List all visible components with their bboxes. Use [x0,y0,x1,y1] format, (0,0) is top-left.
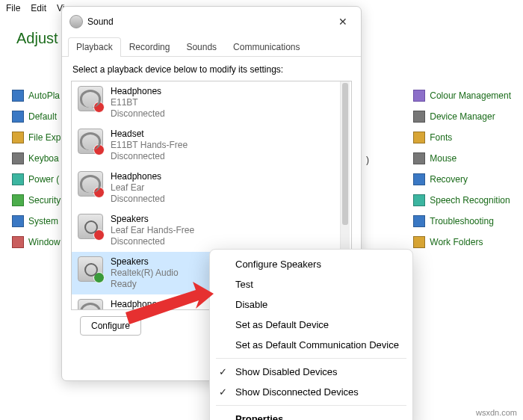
cp-label: Power ( [28,174,59,185]
device-name: Speakers [111,214,194,225]
tab-sounds[interactable]: Sounds [178,37,225,57]
check-icon: ✓ [219,386,227,397]
menu-item-label: Show Disconnected Devices [235,386,359,398]
menu-item-label: Configure Speakers [235,259,321,270]
cp-icon [413,173,425,185]
cp-label: Keyboa [28,153,59,164]
cp-item-left-0[interactable]: AutoPla [12,90,61,102]
cp-item-right-2[interactable]: Fonts [413,132,511,143]
menu-item[interactable]: ✓Show Disconnected Devices [210,382,412,402]
headphones-icon [78,129,103,154]
cp-icon [12,173,24,185]
cp-item-left-2[interactable]: File Exp [12,132,61,143]
cp-icon [12,90,24,102]
close-button[interactable]: ✕ [332,13,353,31]
sound-icon [69,15,83,28]
device-sub: Realtek(R) Audio [111,268,179,279]
status-badge-icon [93,229,105,241]
cp-item-right-7[interactable]: Work Folders [413,236,511,248]
device-row[interactable]: SpeakersLeaf Ear Hands-FreeDisconnected [72,209,339,252]
cp-icon [413,236,425,248]
device-name: Headphones [111,86,165,97]
speakers-icon [78,256,103,282]
menu-edit[interactable]: Edit [31,3,46,13]
device-status: Disconnected [111,236,194,247]
menu-item-label: Disable [235,299,267,310]
cp-icon [413,132,425,143]
menu-item[interactable]: Properties [210,409,412,420]
speakers-icon [78,214,103,239]
cp-item-left-1[interactable]: Default [12,111,61,123]
cp-item-right-3[interactable]: Mouse [413,152,511,164]
device-row[interactable]: HeadphonesLeaf EarDisconnected [72,167,339,209]
tab-recording[interactable]: Recording [121,37,179,57]
cp-item-right-5[interactable]: Speech Recognition [413,194,511,206]
device-row[interactable]: HeadphonesE11BTDisconnected [72,81,339,124]
cp-item-right-4[interactable]: Recovery [413,173,511,185]
cp-label: Work Folders [430,237,483,247]
device-name: Headphones [111,299,179,309]
status-badge-icon [93,102,105,113]
device-sub: Leaf Ear [111,182,165,194]
tab-playback[interactable]: Playback [68,37,121,57]
dialog-tabs: Playback Recording Sounds Communications [62,37,361,57]
menu-item-label: Test [235,279,253,290]
cp-icon [413,194,425,206]
menu-item[interactable]: Set as Default Device [210,315,412,335]
menu-item-label: Show Disabled Devices [235,366,338,377]
device-sub: E11BT [111,97,165,108]
cp-item-left-4[interactable]: Power ( [12,173,61,185]
headphones-icon [78,299,103,309]
dialog-titlebar: Sound ✕ [62,7,361,37]
menu-item[interactable]: Set as Default Communication Device [210,335,412,355]
cp-icon [12,215,24,227]
menu-item[interactable]: ✓Show Disabled Devices [210,362,412,382]
menu-separator [216,405,406,406]
menu-item-label: Properties [235,413,283,420]
cp-label: Fonts [430,132,452,143]
cp-item-right-0[interactable]: Colour Management [413,90,511,102]
cp-icon [413,215,425,227]
cp-label: Security [28,195,61,206]
status-badge-icon [93,144,105,155]
cp-icon [413,111,425,123]
cp-label: System [28,216,58,226]
cp-label: File Exp [28,132,61,143]
device-status: Disconnected [111,108,165,120]
cp-item-left-3[interactable]: Keyboa [12,152,61,164]
configure-button[interactable]: Configure [80,316,141,336]
cp-item-right-1[interactable]: Device Manager [413,111,511,123]
device-row[interactable]: HeadsetE11BT Hands-FreeDisconnected [72,124,339,167]
cp-item-right-6[interactable]: Troubleshooting [413,215,511,227]
cp-label: Colour Management [430,90,511,101]
cp-label: Window [28,237,61,247]
menu-item[interactable]: Disable [210,294,412,315]
cp-label: Troubleshooting [430,216,494,226]
menu-item-label: Set as Default Device [235,319,329,330]
cp-label: Speech Recognition [430,195,510,206]
context-menu: Configure SpeakersTestDisableSet as Defa… [209,249,413,420]
check-icon: ✓ [219,365,227,377]
cp-icon [12,111,24,123]
cp-item-left-5[interactable]: Security [12,194,61,206]
status-badge-icon [93,187,105,198]
headphones-icon [78,171,103,197]
cp-icon [12,194,24,206]
menu-file[interactable]: File [6,3,20,13]
device-status: Disconnected [111,194,165,205]
tab-communications[interactable]: Communications [225,37,308,57]
menu-item[interactable]: Configure Speakers [210,254,412,274]
device-name: Headset [111,129,188,140]
cp-item-left-7[interactable]: Window [12,236,61,248]
menu-item-label: Set as Default Communication Device [235,339,399,350]
scrollbar-thumb[interactable] [342,83,348,225]
device-status: Disconnected [111,151,188,162]
cp-label: Default [28,111,57,122]
device-name: Speakers [111,256,179,268]
device-status: Ready [111,279,179,290]
cp-item-left-6[interactable]: System [12,215,61,227]
device-sub: E11BT Hands-Free [111,140,188,151]
menu-item[interactable]: Test [210,274,412,294]
dialog-title-text: Sound [87,16,114,27]
cp-label: Device Manager [430,111,495,122]
